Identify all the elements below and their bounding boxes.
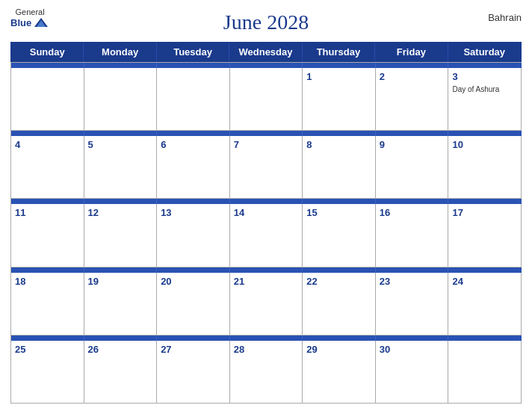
cal-cell-w4-d2: 27: [157, 341, 230, 404]
country-label: Bahrain: [488, 12, 522, 23]
cal-cell-w4-d3: 28: [230, 341, 303, 404]
date-number: 7: [234, 138, 299, 152]
cal-cell-w2-d5: 16: [376, 204, 449, 267]
cal-cell-w0-d0: [11, 68, 84, 131]
date-number: 14: [234, 206, 299, 220]
calendar-container: General Blue June 2028 Bahrain Sunday: [0, 0, 532, 411]
cal-cell-w3-d1: 19: [84, 273, 158, 336]
cal-cell-w4-d4: 29: [303, 341, 376, 404]
date-number: 13: [161, 206, 226, 220]
cal-cell-w2-d1: 12: [84, 204, 158, 267]
day-header-sunday: Sunday: [11, 43, 84, 61]
cal-cell-w4-d1: 26: [84, 341, 158, 404]
day-header-friday: Friday: [375, 43, 448, 61]
day-header-tuesday: Tuesday: [157, 43, 229, 61]
logo-icon: [33, 16, 49, 28]
date-number: 18: [15, 275, 80, 288]
week-row-4: 252627282930: [11, 341, 522, 404]
cal-cell-w0-d3: [230, 68, 303, 131]
logo-blue-text: Blue: [10, 17, 31, 28]
date-number: 1: [306, 70, 371, 84]
logo: General Blue: [10, 7, 49, 28]
date-number: 26: [88, 343, 153, 356]
cal-cell-w2-d4: 15: [303, 204, 376, 267]
cal-cell-w0-d2: [157, 68, 230, 131]
cal-cell-w0-d6: 3Day of Ashura: [448, 68, 522, 131]
date-number: 29: [306, 343, 371, 356]
cal-cell-w1-d1: 5: [84, 136, 158, 199]
cal-cell-w0-d1: [84, 68, 158, 131]
week-row-2: 11121314151617: [11, 204, 522, 267]
week-bar-2: [11, 199, 522, 204]
cal-cell-w2-d0: 11: [11, 204, 84, 267]
date-number: 25: [15, 343, 80, 356]
cal-cell-w1-d6: 10: [448, 136, 522, 199]
date-number: 2: [380, 70, 445, 84]
cal-cell-w0-d4: 1: [303, 68, 376, 131]
day-headers-row: Sunday Monday Tuesday Wednesday Thursday…: [10, 42, 522, 62]
date-number: 19: [88, 275, 153, 288]
week-row-0: 123Day of Ashura: [11, 68, 522, 131]
day-header-monday: Monday: [84, 43, 156, 61]
week-bar-4: [11, 336, 522, 341]
cal-cell-w0-d5: 2: [376, 68, 449, 131]
week-bar-0: [11, 63, 522, 68]
cal-cell-w3-d4: 22: [303, 273, 376, 336]
cal-cell-w3-d3: 21: [230, 273, 303, 336]
date-number: 27: [161, 343, 226, 356]
date-number: 8: [306, 138, 371, 152]
day-header-wednesday: Wednesday: [229, 43, 302, 61]
calendar-title: June 2028: [223, 10, 309, 34]
cal-cell-w3-d2: 20: [157, 273, 230, 336]
date-number: 21: [234, 275, 299, 288]
date-number: 12: [88, 206, 153, 220]
cal-cell-w1-d5: 9: [376, 136, 449, 199]
week-bar-3: [11, 268, 522, 273]
calendar-grid: 123Day of Ashura456789101112131415161718…: [10, 62, 522, 404]
cal-cell-w2-d3: 14: [230, 204, 303, 267]
date-number: 3: [452, 70, 517, 84]
cal-cell-w2-d2: 13: [157, 204, 230, 267]
date-number: 6: [161, 138, 226, 152]
date-number: 15: [306, 206, 371, 220]
week-bar-1: [11, 131, 522, 136]
date-number: 9: [380, 138, 445, 152]
logo-general-text: General: [16, 7, 45, 16]
date-number: 17: [452, 206, 517, 220]
date-number: 10: [452, 138, 517, 152]
cal-cell-w2-d6: 17: [448, 204, 522, 267]
cal-cell-w1-d2: 6: [157, 136, 230, 199]
holiday-label: Day of Ashura: [452, 84, 517, 94]
date-number: 5: [88, 138, 153, 152]
cal-cell-w3-d5: 23: [376, 273, 449, 336]
date-number: 20: [161, 275, 226, 288]
date-number: 16: [380, 206, 445, 220]
cal-cell-w4-d5: 30: [376, 341, 449, 404]
week-row-1: 45678910: [11, 136, 522, 199]
date-number: 22: [306, 275, 371, 288]
date-number: 30: [380, 343, 445, 356]
date-number: 28: [234, 343, 299, 356]
cal-cell-w4-d6: [448, 341, 522, 404]
cal-cell-w1-d3: 7: [230, 136, 303, 199]
cal-cell-w1-d4: 8: [303, 136, 376, 199]
cal-cell-w1-d0: 4: [11, 136, 84, 199]
week-row-3: 18192021222324: [11, 273, 522, 336]
date-number: 23: [380, 275, 445, 288]
day-header-thursday: Thursday: [303, 43, 375, 61]
cal-cell-w3-d6: 24: [448, 273, 522, 336]
date-number: 11: [15, 206, 80, 220]
calendar-header: General Blue June 2028 Bahrain: [10, 7, 522, 37]
day-header-saturday: Saturday: [448, 43, 521, 61]
date-number: 24: [452, 275, 517, 288]
cal-cell-w3-d0: 18: [11, 273, 84, 336]
date-number: 4: [15, 138, 80, 152]
cal-cell-w4-d0: 25: [11, 341, 84, 404]
